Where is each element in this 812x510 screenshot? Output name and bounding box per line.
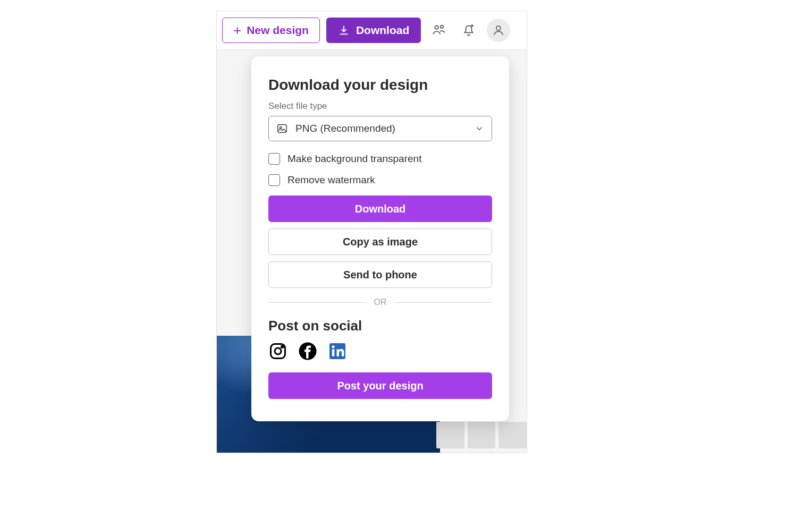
- profile-button[interactable]: [487, 19, 510, 42]
- file-type-select[interactable]: PNG (Recommended): [268, 116, 492, 141]
- svg-rect-3: [278, 125, 287, 133]
- download-label: Download: [356, 24, 409, 37]
- post-your-design-button[interactable]: Post your design: [268, 372, 492, 399]
- svg-point-11: [332, 345, 335, 348]
- plus-icon: +: [233, 23, 241, 37]
- checkbox-box: [268, 174, 280, 186]
- send-to-phone-button[interactable]: Send to phone: [268, 261, 492, 288]
- transparent-bg-checkbox[interactable]: Make background transparent: [268, 153, 492, 165]
- or-divider: OR: [268, 298, 492, 307]
- image-icon: [276, 123, 288, 134]
- facebook-icon[interactable]: [298, 342, 317, 361]
- svg-point-2: [496, 26, 501, 30]
- download-action-button[interactable]: Download: [268, 196, 492, 222]
- download-icon: [338, 24, 350, 36]
- download-button[interactable]: Download: [326, 18, 421, 43]
- bell-sparkle-icon: [462, 23, 476, 37]
- svg-point-7: [281, 346, 283, 348]
- thumbnail[interactable]: [498, 422, 527, 448]
- file-type-value: PNG (Recommended): [295, 123, 467, 134]
- user-icon: [492, 24, 505, 37]
- instagram-icon[interactable]: [268, 342, 287, 361]
- copy-as-image-button[interactable]: Copy as image: [268, 228, 492, 255]
- new-design-label: New design: [247, 24, 309, 37]
- svg-point-0: [435, 26, 439, 29]
- chevron-down-icon: [475, 124, 484, 133]
- svg-rect-10: [332, 349, 335, 356]
- checkbox-label: Remove watermark: [287, 174, 375, 186]
- panel-title: Download your design: [268, 76, 492, 94]
- checkbox-label: Make background transparent: [287, 153, 421, 165]
- app-window: + New design Download: [216, 11, 527, 453]
- post-on-social-title: Post on social: [268, 318, 492, 334]
- notifications-button[interactable]: [457, 19, 480, 42]
- people-button[interactable]: [427, 19, 451, 42]
- remove-watermark-checkbox[interactable]: Remove watermark: [268, 174, 492, 186]
- linkedin-icon[interactable]: [328, 342, 347, 361]
- svg-point-6: [275, 348, 281, 354]
- social-icons-row: [268, 342, 492, 361]
- thumbnail-row: [436, 422, 527, 448]
- new-design-button[interactable]: + New design: [222, 18, 320, 43]
- top-toolbar: + New design Download: [217, 11, 527, 50]
- file-type-label: Select file type: [268, 101, 492, 112]
- people-icon: [432, 23, 446, 37]
- thumbnail[interactable]: [468, 422, 496, 448]
- download-panel: Download your design Select file type PN…: [251, 56, 509, 421]
- checkbox-box: [268, 153, 280, 165]
- thumbnail[interactable]: [436, 422, 464, 448]
- svg-point-1: [441, 26, 443, 28]
